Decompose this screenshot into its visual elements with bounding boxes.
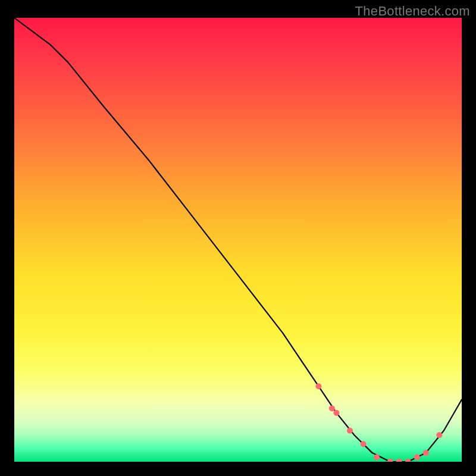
marker-dot xyxy=(361,441,367,447)
curve-layer xyxy=(14,18,462,462)
marker-dot xyxy=(315,383,321,389)
chart-svg xyxy=(14,18,462,462)
marker-dot xyxy=(436,432,442,438)
plot-area xyxy=(14,18,462,462)
marker-dot xyxy=(423,450,429,456)
marker-layer xyxy=(315,383,442,462)
marker-dot xyxy=(387,459,393,462)
marker-dot xyxy=(374,455,380,461)
watermark-label: TheBottleneck.com xyxy=(355,4,470,19)
marker-dot xyxy=(396,459,402,462)
marker-dot xyxy=(405,459,411,462)
bottleneck-curve xyxy=(14,18,462,462)
marker-dot xyxy=(347,428,353,434)
chart-frame: TheBottleneck.com xyxy=(0,0,476,476)
marker-dot xyxy=(414,455,420,461)
marker-dot xyxy=(329,406,335,412)
marker-dot xyxy=(333,410,339,416)
